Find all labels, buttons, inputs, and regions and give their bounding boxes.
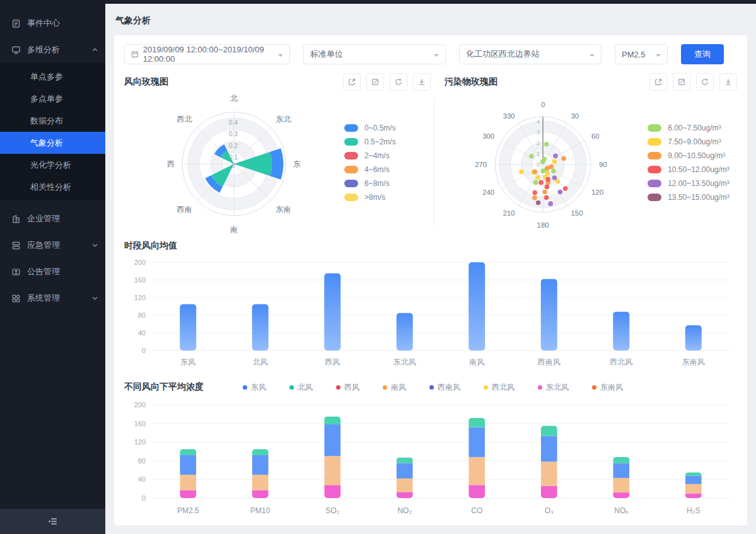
sidebar-subitem-photochemical[interactable]: 光化学分析 xyxy=(0,154,105,176)
scatter-point xyxy=(535,175,540,180)
rose-charts-row: 风向玫瑰图 0.40.30.20.10北东北东东南南西南西西北 0~0.5m/s… xyxy=(124,72,737,235)
stacked-bar[interactable] xyxy=(468,418,485,498)
segment-pink xyxy=(252,490,269,498)
bar[interactable] xyxy=(252,305,269,351)
legend-swatch xyxy=(344,166,358,173)
sidebar-item-label: 系统管理 xyxy=(27,293,86,304)
bar[interactable] xyxy=(180,305,196,351)
sidebar-item-system[interactable]: 系统管理 xyxy=(0,285,105,311)
stacked-bar[interactable] xyxy=(397,458,413,498)
legend-item[interactable]: 0~0.5m/s xyxy=(344,121,425,135)
unit-select[interactable]: 标准单位 xyxy=(303,44,446,64)
export-button[interactable] xyxy=(649,73,667,91)
sidebar-subitem-weather-analysis[interactable]: 气象分析 xyxy=(0,132,105,154)
export-button[interactable] xyxy=(343,73,361,91)
legend-item[interactable]: 6~8m/s xyxy=(344,177,425,190)
sidebar-subitem-correlation[interactable]: 相关性分析 xyxy=(0,176,105,198)
sidebar-subitem-data-distribution[interactable]: 数据分布 xyxy=(0,110,105,132)
legend-item[interactable]: 东北风 xyxy=(538,382,569,393)
legend-item[interactable]: 东南风 xyxy=(592,382,623,393)
legend-item[interactable]: 西南风 xyxy=(429,382,460,393)
dir-conc-stacked-chart[interactable]: 04080120160200PM2.5PM10SO₂NO₂COO₃NOₓH₂S xyxy=(124,396,735,522)
legend-label: 西风 xyxy=(344,382,359,393)
sidebar-collapse-button[interactable] xyxy=(0,509,105,534)
legend-dot xyxy=(289,385,294,390)
legend-item[interactable]: 北风 xyxy=(289,382,313,393)
legend-item[interactable]: 南风 xyxy=(383,382,406,393)
bar[interactable] xyxy=(397,313,413,351)
stacked-bar[interactable] xyxy=(541,426,557,498)
sidebar-subitem-multi-point[interactable]: 多点单参 xyxy=(0,88,105,110)
bar[interactable] xyxy=(541,279,557,351)
legend-item[interactable]: 7.50~9.00ug/m³ xyxy=(648,135,737,149)
sidebar-submenu: 单点多参 多点单参 数据分布 气象分析 光化学分析 相关性分析 xyxy=(0,63,105,200)
stacked-bar[interactable] xyxy=(324,417,340,499)
bar[interactable] xyxy=(685,325,702,351)
filter-bar: 2019/09/09 12:00:00~2019/10/09 12:00:00 … xyxy=(124,43,737,72)
sidebar-item-enterprise[interactable]: 企业管理 xyxy=(0,206,105,232)
stacked-bar[interactable] xyxy=(180,449,196,498)
segment-blue xyxy=(324,424,340,456)
download-button[interactable] xyxy=(413,73,431,91)
legend-swatch xyxy=(344,152,358,160)
legend-item[interactable]: 2~4m/s xyxy=(344,149,425,163)
bar[interactable] xyxy=(324,274,340,351)
segment-orange xyxy=(397,479,413,492)
legend-swatch xyxy=(344,124,358,132)
legend-item[interactable]: 9.00~10.50ug/m³ xyxy=(648,149,737,163)
legend-item[interactable]: 0.5~2m/s xyxy=(344,135,425,149)
sidebar-item-notice[interactable]: 公告管理 xyxy=(0,258,105,285)
legend-label: 12.00~13.50ug/m³ xyxy=(668,179,730,188)
legend-label: 6.00~7.50ug/m³ xyxy=(668,124,721,132)
edit-button[interactable] xyxy=(673,73,690,91)
wind-avg-bar-chart[interactable]: 04080120160200东风北风西风东北风南风西南风西北风东南风 xyxy=(124,255,735,373)
legend-item[interactable]: 西风 xyxy=(336,382,359,393)
y-tick-label: 0 xyxy=(142,347,146,354)
stacked-bar[interactable] xyxy=(613,457,629,498)
pollutant-select[interactable]: PM2.5 xyxy=(615,44,668,64)
system-icon xyxy=(11,294,21,303)
legend-item[interactable]: 6.00~7.50ug/m³ xyxy=(648,121,737,135)
pollutant-rose-chart[interactable]: 030609012015018021024027030033043210 xyxy=(445,91,641,235)
radial-tick-label: 1 xyxy=(537,150,540,157)
x-category-label: NO₂ xyxy=(397,506,412,515)
stacked-bar[interactable] xyxy=(252,449,269,498)
bar[interactable] xyxy=(468,262,485,351)
legend-label: 东南风 xyxy=(600,382,623,393)
wind-rose-chart[interactable]: 0.40.30.20.10北东北东东南南西南西西北 xyxy=(130,91,338,235)
edit-button[interactable] xyxy=(366,73,384,91)
legend-item[interactable]: 12.00~13.50ug/m³ xyxy=(648,177,737,190)
refresh-button[interactable] xyxy=(390,73,407,91)
stacked-bar[interactable] xyxy=(685,472,702,498)
legend-item[interactable]: 10.50~12.00ug/m³ xyxy=(648,163,737,177)
sidebar-item-label: 多维分析 xyxy=(27,44,86,55)
angle-tick-label: 180 xyxy=(537,221,549,229)
segment-blue xyxy=(541,436,557,462)
window-top-strip xyxy=(0,0,756,4)
angle-tick-label: 300 xyxy=(482,132,494,140)
angle-tick-label: 210 xyxy=(503,209,515,217)
legend-item[interactable]: 4~6m/s xyxy=(344,163,425,177)
date-range-picker[interactable]: 2019/09/09 12:00:00~2019/10/09 12:00:00 xyxy=(124,44,290,64)
refresh-button[interactable] xyxy=(696,73,714,91)
scatter-point xyxy=(548,201,553,206)
direction-label: 西 xyxy=(167,160,175,168)
query-button[interactable]: 查询 xyxy=(681,44,724,64)
sidebar-item-event-center[interactable]: 事件中心 xyxy=(0,10,105,37)
y-tick-label: 80 xyxy=(138,457,146,465)
legend-item[interactable]: 西北风 xyxy=(484,382,515,393)
bar[interactable] xyxy=(613,311,629,351)
station-select[interactable]: 化工功区西北边界站 xyxy=(459,44,602,64)
download-button[interactable] xyxy=(719,73,737,91)
sidebar-item-multidim-analysis[interactable]: 多维分析 xyxy=(0,37,105,63)
sidebar-item-emergency[interactable]: 应急管理 xyxy=(0,232,105,258)
direction-label: 东南 xyxy=(276,205,291,214)
sidebar-subitem-single-point[interactable]: 单点多参 xyxy=(0,66,105,88)
legend-item[interactable]: >8m/s xyxy=(344,190,425,204)
direction-label: 西北 xyxy=(177,115,192,124)
segment-orange xyxy=(468,457,485,485)
radial-tick-label: 4 xyxy=(537,118,540,125)
download-icon xyxy=(724,78,733,86)
legend-item[interactable]: 13.50~15.00ug/m³ xyxy=(648,190,737,204)
legend-item[interactable]: 东风 xyxy=(243,382,266,393)
